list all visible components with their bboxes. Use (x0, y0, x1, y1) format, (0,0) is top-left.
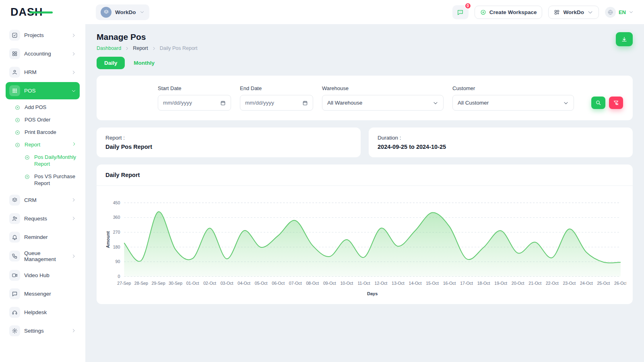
start-date-placeholder: mm/dd/yyyy (163, 100, 192, 106)
report-tabs: Daily Monthly (97, 57, 633, 69)
tab-monthly[interactable]: Monthly (129, 57, 159, 69)
svg-text:18-Oct: 18-Oct (477, 281, 490, 286)
chevron-right-icon (152, 46, 156, 51)
sidebar-item-accounting[interactable]: Accounting (6, 45, 80, 62)
submenu-item-add-pos[interactable]: Add POS (11, 101, 80, 114)
sidebar-item-crm[interactable]: CRM (6, 191, 80, 209)
sidebar-item-label: Messenger (24, 291, 76, 297)
projects-icon (9, 30, 20, 41)
sidebar-item-label: POS (24, 88, 67, 94)
sidebar-item-settings[interactable]: Settings (6, 322, 80, 339)
logo[interactable]: DASH (0, 0, 85, 24)
svg-text:19-Oct: 19-Oct (494, 281, 507, 286)
sidebar-item-queue-management[interactable]: Queue Management (6, 247, 80, 265)
submenu-item-print-barcode[interactable]: Print Barcode (11, 126, 80, 139)
sidebar-item-hrm[interactable]: HRM (6, 64, 80, 81)
svg-text:07-Oct: 07-Oct (289, 281, 302, 286)
daily-report-chart[interactable]: 09018027036045027-Sep28-Sep29-Sep30-Sep0… (103, 196, 626, 298)
sidebar-item-label: Settings (24, 328, 67, 334)
svg-text:28-Sep: 28-Sep (134, 281, 148, 286)
sidebar-nav: Projects Accounting HRM POS (0, 24, 85, 343)
customer-label: Customer (452, 85, 574, 91)
start-date-input[interactable]: mm/dd/yyyy (158, 95, 231, 111)
svg-text:450: 450 (113, 200, 120, 205)
chevron-right-icon (71, 328, 76, 333)
submenu-item-report[interactable]: Report (11, 139, 80, 151)
svg-text:21-Oct: 21-Oct (528, 281, 541, 286)
create-workspace-button[interactable]: Create Workspace (475, 6, 543, 19)
svg-text:Days: Days (367, 291, 378, 296)
sidebar-item-label: Projects (24, 32, 67, 38)
report-submenu: Pos Daily/Monthly Report Pos VS Purchase… (11, 151, 80, 190)
submenu-item-pos-daily-monthly-report[interactable]: Pos Daily/Monthly Report (21, 151, 80, 171)
svg-text:13-Oct: 13-Oct (392, 281, 405, 286)
page-header: Manage Pos Dashboard Report Daily Pos Re… (97, 32, 633, 51)
sidebar-item-label: Reminder (24, 234, 76, 240)
submenu-item-label: Pos Daily/Monthly Report (34, 154, 76, 168)
tab-daily[interactable]: Daily (97, 57, 125, 69)
breadcrumb: Dashboard Report Daily Pos Report (97, 45, 197, 51)
daily-report-card: Daily Report 09018027036045027-Sep28-Sep… (97, 165, 633, 304)
logo-text: DASH (10, 6, 43, 19)
filter-actions (591, 97, 623, 111)
submenu-item-label: Report (25, 142, 40, 148)
svg-text:11-Oct: 11-Oct (357, 281, 370, 286)
plus-circle-icon (480, 9, 486, 15)
workspace-name: WorkDo (115, 9, 136, 15)
warehouse-select[interactable]: All Warehouse (322, 95, 444, 111)
sidebar-item-helpdesk[interactable]: Helpdesk (6, 304, 80, 321)
sidebar-item-label: Video Hub (24, 272, 76, 278)
bullet-icon (14, 130, 21, 136)
filter-reset-icon (613, 100, 619, 106)
breadcrumb-dashboard-link[interactable]: Dashboard (97, 45, 121, 51)
sidebar-item-label: Requests (24, 216, 67, 222)
video-hub-icon (9, 270, 20, 281)
svg-text:14-Oct: 14-Oct (409, 281, 422, 286)
end-date-input[interactable]: mm/dd/yyyy (240, 95, 313, 111)
start-date-field: Start Date mm/dd/yyyy (158, 85, 231, 111)
chevron-down-icon (140, 10, 144, 14)
sidebar-item-projects[interactable]: Projects (6, 27, 80, 44)
page-content: Manage Pos Dashboard Report Daily Pos Re… (85, 24, 644, 362)
sidebar-item-reminder[interactable]: Reminder (6, 228, 80, 246)
duration-value: 2024-09-25 to 2024-10-25 (378, 144, 624, 150)
svg-text:08-Oct: 08-Oct (306, 281, 319, 286)
submenu-item-label: POS Order (25, 117, 50, 123)
customer-selected-value: All Customer (458, 100, 489, 106)
calendar-icon (302, 100, 308, 106)
reset-filter-button[interactable] (609, 97, 623, 109)
settings-icon (9, 325, 20, 336)
requests-icon (9, 213, 20, 224)
submenu-item-pos-vs-purchase-report[interactable]: Pos VS Purchase Report (21, 171, 80, 190)
workspace-selector[interactable]: WorkDo (96, 4, 149, 20)
sidebar-item-pos[interactable]: POS (6, 82, 80, 99)
chevron-right-icon (71, 33, 76, 38)
chevron-down-icon (629, 10, 634, 14)
submenu-item-pos-order[interactable]: POS Order (11, 114, 80, 126)
calendar-icon (220, 100, 226, 106)
svg-text:04-Oct: 04-Oct (237, 281, 250, 286)
search-button[interactable] (591, 97, 605, 109)
bullet-icon (14, 117, 21, 123)
sidebar-item-label: CRM (24, 197, 67, 203)
customer-select[interactable]: All Customer (452, 95, 574, 111)
report-value: Daily Pos Report (105, 144, 352, 150)
duration-summary-card: Duration : 2024-09-25 to 2024-10-25 (369, 128, 633, 157)
svg-text:25-Oct: 25-Oct (597, 281, 610, 286)
submenu-item-label: Pos VS Purchase Report (34, 173, 76, 187)
sidebar-item-video-hub[interactable]: Video Hub (6, 267, 80, 284)
sidebar-item-messenger[interactable]: Messenger (6, 285, 80, 302)
create-workspace-label: Create Workspace (489, 9, 537, 15)
warehouse-label: Warehouse (322, 85, 444, 91)
svg-text:23-Oct: 23-Oct (563, 281, 576, 286)
workspace-switcher-button[interactable]: WorkDo (548, 6, 599, 19)
language-selector[interactable]: EN (605, 7, 634, 18)
svg-text:17-Oct: 17-Oct (460, 281, 473, 286)
sidebar-item-requests[interactable]: Requests (6, 210, 80, 227)
svg-text:24-Oct: 24-Oct (580, 281, 593, 286)
chat-button[interactable]: 0 (452, 5, 469, 19)
download-button[interactable] (616, 32, 633, 46)
breadcrumb-current: Daily Pos Report (160, 45, 198, 51)
sidebar-item-label: Accounting (24, 51, 67, 57)
filter-card: Start Date mm/dd/yyyy End Date mm/dd/yyy… (97, 76, 633, 120)
